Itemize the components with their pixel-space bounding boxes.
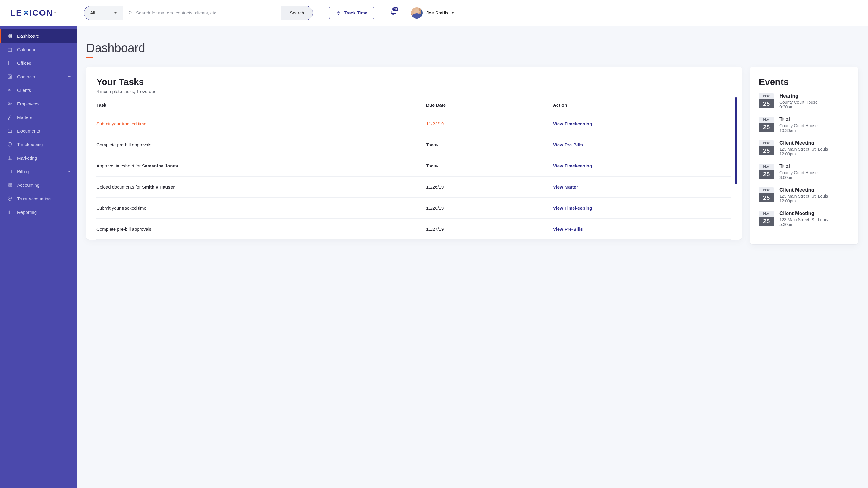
event-item[interactable]: Nov25TrialCounty Court House10:30am [759, 117, 849, 133]
date-chip: Nov25 [759, 210, 774, 227]
shield-icon [7, 196, 12, 201]
chart-icon [7, 156, 12, 161]
track-time-label: Track Time [344, 10, 367, 15]
event-info: HearingCounty Court House9:30am [779, 93, 818, 109]
event-title: Client Meeting [779, 187, 828, 193]
col-header-due: Due Date [426, 97, 553, 113]
svg-rect-15 [8, 184, 9, 185]
task-action-link[interactable]: View Matter [553, 184, 578, 190]
event-item[interactable]: Nov25Client Meeting123 Main Street, St. … [759, 187, 849, 203]
logo-x-icon [23, 10, 29, 16]
tasks-scroll[interactable]: Task Due Date Action Submit your tracked… [86, 97, 742, 240]
svg-point-9 [9, 76, 10, 77]
sidebar-item-label: Marketing [17, 156, 37, 161]
sidebar-item-label: Matters [17, 115, 32, 120]
table-row: Approve timesheet for Samantha JonesToda… [96, 156, 731, 176]
search-button[interactable]: Search [281, 6, 313, 20]
sidebar-item-matters[interactable]: Matters [0, 110, 76, 124]
sidebar-item-offices[interactable]: Offices [0, 56, 76, 70]
date-day: 25 [759, 123, 774, 132]
event-time: 3:00pm [779, 175, 818, 180]
sidebar-item-documents[interactable]: Documents [0, 124, 76, 138]
date-day: 25 [759, 170, 774, 179]
tasks-table: Task Due Date Action Submit your tracked… [96, 97, 731, 240]
sidebar-item-label: Reporting [17, 210, 37, 215]
task-action-link[interactable]: View Timekeeping [553, 121, 592, 126]
search-input[interactable] [136, 10, 276, 15]
bars-icon [7, 210, 12, 215]
sidebar-item-employees[interactable]: Employees [0, 97, 76, 110]
sidebar-item-calendar[interactable]: Calendar [0, 43, 76, 56]
svg-rect-4 [8, 36, 9, 38]
task-name: Complete pre-bill approvals [96, 134, 426, 156]
sidebar-item-timekeeping[interactable]: Timekeeping [0, 138, 76, 151]
header: LE ICON™ All Search Track Time 10 Joe Sm… [0, 0, 868, 26]
table-row: Complete pre-bill approvalsTodayView Pre… [96, 134, 731, 156]
event-item[interactable]: Nov25Client Meeting123 Main Street, St. … [759, 140, 849, 156]
sidebar-item-reporting[interactable]: Reporting [0, 205, 76, 219]
sidebar-item-marketing[interactable]: Marketing [0, 151, 76, 165]
sidebar-item-clients[interactable]: Clients [0, 84, 76, 97]
main-content: Dashboard Your Tasks 4 incomplete tasks,… [76, 26, 868, 488]
avatar [411, 7, 423, 19]
events-card: Events Nov25HearingCounty Court House9:3… [750, 67, 858, 244]
svg-rect-5 [10, 36, 12, 38]
table-row: Submit your tracked time11/26/19View Tim… [96, 198, 731, 219]
sidebar-item-label: Billing [17, 169, 29, 174]
svg-rect-18 [10, 186, 11, 187]
task-action: View Pre-Bills [553, 134, 731, 156]
task-action-link[interactable]: View Timekeeping [553, 205, 592, 210]
task-action-link[interactable]: View Timekeeping [553, 163, 592, 168]
search-filter-dropdown[interactable]: All [84, 6, 123, 20]
clock-icon [7, 142, 12, 147]
user-menu[interactable]: Joe Smith [411, 7, 454, 19]
task-action-link[interactable]: View Pre-Bills [553, 142, 583, 147]
sidebar-item-contacts[interactable]: Contacts [0, 70, 76, 84]
logo-area: LE ICON™ [0, 8, 76, 18]
col-header-task: Task [96, 97, 426, 113]
tasks-card: Your Tasks 4 incomplete tasks, 1 overdue… [86, 67, 742, 240]
sidebar-item-dashboard[interactable]: Dashboard [0, 29, 76, 43]
event-location: 123 Main Street, St. Louis [779, 147, 828, 152]
event-title: Trial [779, 164, 818, 170]
chevron-down-icon [68, 76, 70, 77]
sidebar-item-label: Trust Accounting [17, 196, 51, 201]
sidebar-item-billing[interactable]: Billing [0, 165, 76, 178]
date-month: Nov [759, 140, 774, 146]
event-title: Trial [779, 117, 818, 123]
event-location: 123 Main Street, St. Louis [779, 217, 828, 222]
svg-rect-17 [8, 186, 9, 187]
event-item[interactable]: Nov25HearingCounty Court House9:30am [759, 93, 849, 109]
event-time: 10:30am [779, 128, 818, 133]
task-due: Today [426, 134, 553, 156]
sidebar: DashboardCalendarOfficesContactsClientsE… [0, 26, 76, 488]
track-time-button[interactable]: Track Time [329, 7, 374, 19]
sidebar-item-label: Clients [17, 88, 31, 93]
event-item[interactable]: Nov25Client Meeting123 Main Street, St. … [759, 210, 849, 227]
event-item[interactable]: Nov25TrialCounty Court House3:00pm [759, 164, 849, 180]
sidebar-item-label: Calendar [17, 47, 36, 52]
date-chip: Nov25 [759, 93, 774, 109]
gavel-icon [7, 115, 12, 120]
svg-point-19 [9, 198, 10, 199]
event-time: 9:30am [779, 104, 818, 109]
search-input-wrap [123, 6, 281, 20]
sidebar-item-trust-accounting[interactable]: Trust Accounting [0, 192, 76, 205]
sidebar-item-accounting[interactable]: Accounting [0, 178, 76, 192]
task-name: Submit your tracked time [96, 113, 426, 134]
sidebar-item-label: Dashboard [17, 33, 39, 38]
brand-logo[interactable]: LE ICON™ [10, 8, 57, 18]
task-action: View Timekeeping [553, 198, 731, 219]
event-time: 5:30pm [779, 222, 828, 227]
svg-rect-7 [8, 61, 11, 65]
svg-point-10 [8, 89, 10, 90]
task-action-link[interactable]: View Pre-Bills [553, 227, 583, 232]
date-day: 25 [759, 99, 774, 108]
svg-rect-8 [8, 75, 11, 78]
notifications-button[interactable]: 10 [390, 9, 397, 17]
svg-rect-2 [8, 34, 9, 36]
tasks-title: Your Tasks [86, 77, 742, 89]
date-chip: Nov25 [759, 164, 774, 180]
event-info: Client Meeting123 Main Street, St. Louis… [779, 187, 828, 203]
task-due: 11/27/19 [426, 219, 553, 240]
